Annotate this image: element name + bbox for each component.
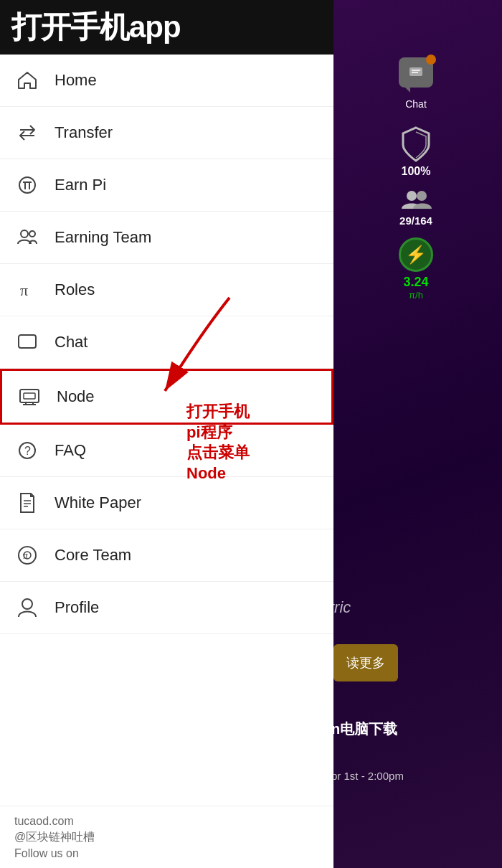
menu-label-faq: FAQ (55, 441, 86, 460)
menu-item-white-paper[interactable]: White Paper (0, 477, 333, 529)
home-icon (14, 67, 40, 93)
footer-line-2: @区块链神吐槽 (14, 830, 319, 845)
footer-line-3: Follow us on (14, 847, 319, 860)
menu-item-chat[interactable]: Chat (0, 316, 333, 369)
svg-point-3 (407, 191, 417, 201)
svg-point-4 (417, 191, 427, 201)
shield-icon (400, 126, 432, 162)
menu-item-earning-team[interactable]: Earning Team (0, 212, 333, 264)
svg-point-12 (29, 231, 35, 237)
date-label: pr 1st - 2:00pm (331, 770, 404, 782)
menu-item-core-team[interactable]: π Core Team (0, 529, 333, 582)
navigation-drawer: 打开手机app Home Transfer (0, 0, 333, 868)
menu-item-roles[interactable]: π Roles (0, 264, 333, 316)
core-team-icon: π (14, 542, 40, 568)
menu-label-roles: Roles (55, 280, 95, 299)
menu-list: Home Transfer (0, 55, 333, 806)
team-stat: 29/164 (399, 189, 432, 227)
chat-label: Chat (405, 98, 427, 110)
menu-item-faq[interactable]: ? FAQ (0, 425, 333, 477)
svg-rect-14 (19, 335, 36, 348)
menu-label-chat: Chat (55, 333, 87, 352)
menu-label-home: Home (55, 71, 97, 90)
team-count: 29/164 (399, 214, 432, 227)
svg-point-11 (21, 230, 28, 237)
read-more-button[interactable]: 读更多 (333, 644, 398, 681)
menu-label-transfer: Transfer (55, 123, 113, 142)
faq-icon: ? (14, 438, 40, 463)
menu-label-earn-pi: Earn Pi (55, 176, 106, 194)
menu-label-profile: Profile (55, 598, 99, 617)
mining-stat: ⚡ 3.24 π/h (399, 237, 433, 301)
mining-unit: π/h (409, 290, 423, 301)
footer-line-1: tucaod.com (14, 815, 319, 828)
notification-dot (426, 55, 436, 65)
svg-rect-19 (24, 393, 35, 399)
menu-item-node[interactable]: Node (0, 369, 333, 425)
profile-icon (14, 595, 40, 621)
earning-team-icon (14, 225, 40, 250)
chat-stat[interactable]: Chat (399, 57, 433, 110)
svg-point-7 (19, 177, 35, 193)
white-paper-icon (14, 490, 40, 516)
shield-stat: 100% (400, 126, 432, 178)
shield-percent: 100% (402, 165, 431, 178)
menu-item-profile[interactable]: Profile (0, 582, 333, 634)
menu-item-earn-pi[interactable]: Earn Pi (0, 159, 333, 212)
right-panel: Chat 100% 29/164 ⚡ 3.24 π/h (330, 50, 502, 868)
lightning-icon: ⚡ (399, 237, 433, 272)
mining-rate: 3.24 (403, 275, 428, 290)
svg-text:?: ? (24, 445, 31, 457)
chat-menu-icon (14, 329, 40, 355)
menu-item-transfer[interactable]: Transfer (0, 107, 333, 159)
earn-pi-icon (14, 172, 40, 198)
menu-item-home[interactable]: Home (0, 55, 333, 107)
menu-label-white-paper: White Paper (55, 494, 141, 512)
svg-rect-15 (20, 390, 39, 402)
menu-label-node: Node (57, 387, 95, 406)
node-icon (16, 384, 42, 410)
svg-rect-0 (409, 67, 422, 76)
svg-point-28 (22, 599, 32, 609)
menu-label-earning-team: Earning Team (55, 228, 151, 247)
download-label: n电脑下载 (331, 720, 397, 739)
transfer-icon (14, 120, 40, 146)
team-icon (400, 189, 432, 212)
menu-label-core-team: Core Team (55, 546, 131, 565)
roles-icon: π (14, 277, 40, 303)
svg-text:π: π (20, 281, 28, 299)
drawer-header: 打开手机app (0, 0, 333, 55)
drawer-footer: tucaod.com @区块链神吐槽 Follow us on (0, 806, 333, 868)
